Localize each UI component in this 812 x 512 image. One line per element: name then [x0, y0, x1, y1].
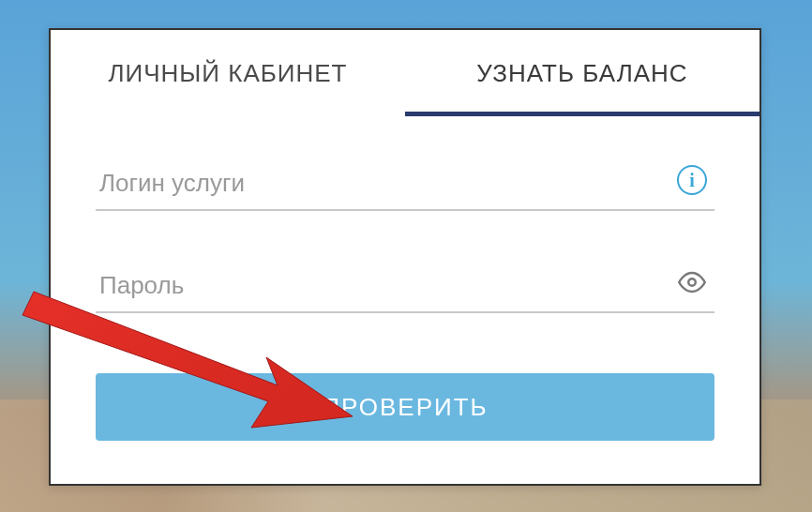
info-icon[interactable]: i — [675, 163, 709, 197]
login-panel: ЛИЧНЫЙ КАБИНЕТ УЗНАТЬ БАЛАНС i ПРОВЕРИТЬ — [49, 28, 761, 486]
password-field-row — [96, 264, 714, 313]
tab-balance[interactable]: УЗНАТЬ БАЛАНС — [405, 30, 759, 116]
tab-account-label: ЛИЧНЫЙ КАБИНЕТ — [108, 59, 347, 88]
submit-button[interactable]: ПРОВЕРИТЬ — [96, 373, 714, 441]
svg-point-0 — [688, 279, 696, 286]
tab-account[interactable]: ЛИЧНЫЙ КАБИНЕТ — [51, 30, 405, 116]
form-area: i ПРОВЕРИТЬ — [51, 116, 759, 471]
login-field-row: i — [96, 161, 714, 211]
login-input[interactable] — [96, 161, 714, 211]
password-input[interactable] — [96, 264, 714, 313]
eye-icon[interactable] — [675, 265, 709, 299]
tab-bar: ЛИЧНЫЙ КАБИНЕТ УЗНАТЬ БАЛАНС — [51, 30, 759, 116]
info-icon-glyph: i — [677, 165, 707, 195]
tab-balance-label: УЗНАТЬ БАЛАНС — [476, 59, 687, 88]
